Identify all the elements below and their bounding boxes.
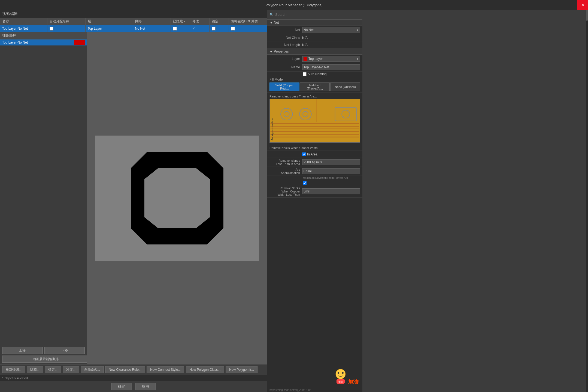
right-panel: 🔍 ◄ Net Net No Net ▼ Net Class N/A Net L… [267, 10, 362, 392]
arc-approx-hint: Maximum Deviation From Perfect Arc [267, 176, 362, 180]
row-lock-checkbox[interactable] [212, 27, 216, 30]
layer-label: Layer [269, 57, 302, 61]
row-net: No Net [133, 25, 171, 32]
pour-order-item[interactable]: Top Layer-No Net [0, 39, 87, 45]
col-header-auto: 自动分配名称 [47, 18, 86, 25]
col-header-modify: 修改 [190, 18, 210, 25]
new-polygon-fr-button[interactable]: New Polygon fr... [226, 366, 257, 373]
net-class-label: Net Class [269, 36, 302, 40]
arc-checkbox[interactable] [303, 181, 307, 185]
arc-approx-input[interactable] [302, 168, 360, 174]
layer-dropdown-arrow: ▼ [356, 57, 359, 60]
net-class-row: Net Class N/A [267, 34, 362, 41]
svg-point-17 [336, 369, 345, 379]
repour-button[interactable]: 重新铺铜... [2, 366, 25, 373]
preview-svg [270, 99, 360, 142]
action-buttons-bar: 重新铺铜... 隐藏... 锁定... 冲突... 自动命名... New Cl… [0, 364, 267, 375]
remove-islands-label: Remove IslandsLess Than in Area [269, 159, 302, 166]
hide-button[interactable]: 隐藏... [27, 366, 43, 373]
in-area-checkbox[interactable] [302, 152, 306, 156]
remove-necks-header: Remove Necks When Cooper Width [267, 145, 362, 151]
lock-button[interactable]: 锁定... [45, 366, 61, 373]
conflict-button[interactable]: 冲突... [63, 366, 79, 373]
cancel-button[interactable]: 取消 [135, 383, 156, 390]
col-header-net: 网络 [133, 18, 171, 25]
net-label: Net [269, 28, 302, 32]
layer-color-indicator [304, 57, 307, 61]
canvas-area [87, 32, 267, 364]
fill-mode-label: Fill Mode [269, 78, 360, 81]
toolbar: 视图/编辑 [0, 10, 267, 18]
pour-order-panel: 铺铜顺序 Top Layer-No Net 上移 下移 动画展示铺铜顺序 [0, 32, 87, 364]
arc-approx-label: ArcApproximation [269, 168, 302, 174]
animate-button[interactable]: 动画展示铺铜顺序 [2, 356, 89, 363]
mascot-svg: 加油 [332, 369, 349, 385]
title-bar: Polygon Pour Manager (1 Polygons) ✕ [0, 0, 588, 10]
svg-text:加油: 加油 [338, 381, 343, 383]
fill-mode-none[interactable]: None (Outlines) [330, 82, 360, 91]
status-bar: 1 object is selected. [0, 375, 267, 381]
status-text: 1 object is selected. [2, 376, 29, 380]
svg-marker-2 [144, 168, 210, 228]
net-dropdown-arrow: ▼ [356, 29, 359, 32]
polygon-svg [109, 146, 245, 250]
arc-approx-row: ArcApproximation [267, 167, 362, 176]
layer-select[interactable]: Top Layer ▼ [302, 56, 360, 62]
col-header-name: 名称 [0, 18, 47, 25]
hidden-dropdown-arrow[interactable]: ▼ [183, 20, 186, 23]
arc-checkbox-row [267, 180, 362, 185]
close-button[interactable]: ✕ [577, 0, 588, 10]
table-row[interactable]: Top Layer-No Net Top Layer No Net ✓ [0, 25, 267, 32]
move-up-button[interactable]: 上移 [2, 347, 43, 354]
col-header-layer: 层 [86, 18, 133, 25]
net-select[interactable]: No Net ▼ [302, 27, 360, 33]
pour-order-title: 铺铜顺序 [0, 32, 87, 39]
fill-mode-row: Fill Mode Solid (Copper Regi... Hatched … [267, 76, 362, 93]
main-container: 视图/编辑 名称 自动分配名称 层 网络 已隐藏 ▼ 修改 [0, 10, 588, 392]
remove-necks-row: Remove NecksWhen CopperWidth Less Than [267, 185, 362, 198]
name-input[interactable] [302, 64, 360, 70]
auto-naming-label: Auto Naming [308, 72, 326, 76]
toolbar-label: 视图/编辑 [2, 11, 17, 16]
auto-naming-checkbox[interactable] [303, 72, 307, 76]
preview-label: Remove Islands Less Than in Are... [269, 95, 360, 98]
canvas-preview [95, 136, 259, 261]
new-connect-button[interactable]: New Connect Style... [147, 366, 184, 373]
row-hidden-checkbox[interactable] [173, 27, 177, 30]
remove-necks-input[interactable] [302, 188, 360, 194]
preview-area: Remove Islands Less Than in Are... [267, 93, 362, 145]
net-collapse-icon: ◄ [269, 21, 273, 24]
row-hidden [171, 25, 190, 32]
fill-mode-hatched[interactable]: Hatched (Tracks/Ar... [300, 82, 330, 91]
auto-name-button[interactable]: 自动命名... [81, 366, 104, 373]
window-title: Polygon Pour Manager (1 Polygons) [265, 3, 323, 7]
row-name: Top Layer-No Net [0, 25, 47, 32]
svg-point-18 [338, 372, 339, 374]
search-input[interactable] [275, 13, 360, 17]
col-header-lock: 锁定 [210, 18, 229, 25]
confirm-button[interactable]: 确定 [111, 383, 132, 390]
properties-section-header[interactable]: ◄ Properties [267, 48, 362, 55]
fill-mode-solid[interactable]: Solid (Copper Regi... [269, 82, 299, 91]
table-header: 名称 自动分配名称 层 网络 已隐藏 ▼ 修改 锁定 忽略在线DRC冲突 [0, 18, 267, 25]
net-length-value: N/A [302, 43, 360, 47]
row-drc-checkbox[interactable] [231, 27, 235, 30]
arc-approximation-overlay-label: Arc Approximation [271, 118, 274, 140]
new-clearance-button[interactable]: New Clearance Rule... [105, 366, 145, 373]
new-polygon-class-button[interactable]: New Polygon Class... [186, 366, 224, 373]
net-length-label: Net Length [269, 43, 302, 47]
row-modify: ✓ [190, 25, 210, 32]
layer-prop-row: Layer Top Layer ▼ [267, 55, 362, 63]
in-area-label: In Area [307, 152, 317, 156]
in-area-row: In Area [267, 151, 362, 158]
net-length-row: Net Length N/A [267, 41, 362, 48]
row-auto-checkbox[interactable] [50, 27, 53, 30]
search-bar: 🔍 [267, 10, 362, 20]
remove-islands-input[interactable] [302, 159, 360, 165]
auto-naming-row: Auto Naming [267, 72, 362, 76]
net-section-header[interactable]: ◄ Net [267, 20, 362, 26]
bottom-buttons: 确定 取消 [0, 381, 267, 392]
remove-islands-row: Remove IslandsLess Than in Area [267, 158, 362, 167]
move-down-button[interactable]: 下移 [44, 347, 85, 354]
svg-point-19 [342, 372, 344, 374]
